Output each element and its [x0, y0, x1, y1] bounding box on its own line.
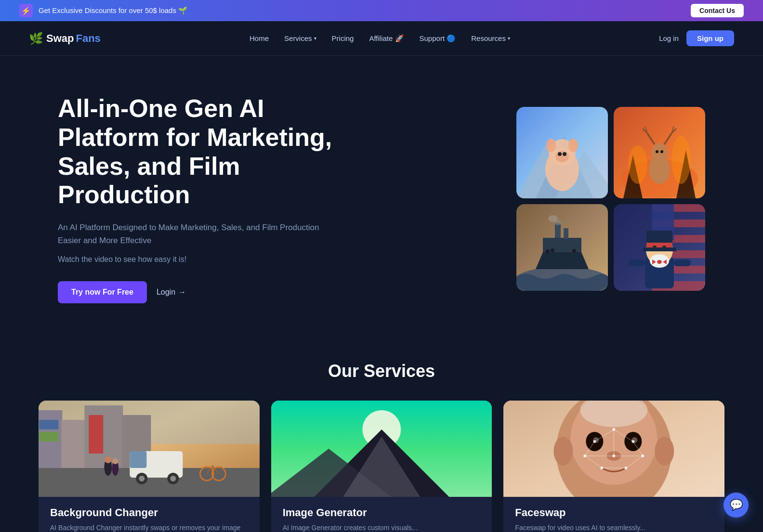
login-link[interactable]: Login →	[157, 288, 186, 297]
svg-point-6	[555, 151, 569, 162]
chat-button[interactable]: 💬	[724, 493, 749, 518]
svg-rect-31	[564, 228, 568, 239]
svg-point-25	[656, 150, 658, 153]
services-section: Our Services	[0, 332, 763, 532]
svg-rect-57	[628, 260, 645, 266]
svg-rect-58	[674, 260, 691, 266]
svg-point-26	[660, 150, 663, 153]
faceswap-body: Faceswap Faceswap for video uses AI to s…	[503, 497, 724, 532]
hero-actions: Try now For Free Login →	[58, 281, 337, 303]
logo[interactable]: 🌿 Swap Fans	[29, 32, 101, 45]
faceswap-image	[503, 401, 724, 497]
svg-rect-66	[39, 420, 58, 429]
faceswap-title: Faceswap	[515, 506, 713, 519]
nav-services[interactable]: Services ▾	[284, 34, 316, 42]
svg-point-15	[628, 145, 647, 184]
hero-image-ship	[516, 204, 608, 291]
background-changer-body: Background Changer AI Background Changer…	[39, 497, 260, 532]
svg-point-52	[653, 246, 657, 249]
svg-point-80	[105, 456, 111, 463]
svg-point-56	[657, 260, 662, 264]
logo-fans: Fans	[76, 32, 100, 45]
image-generator-title: Image Generator	[283, 506, 481, 519]
hero-title: All-in-One Gen AI Platform for Marketing…	[58, 94, 337, 209]
svg-rect-50	[646, 243, 672, 247]
svg-point-36	[572, 249, 576, 253]
chat-icon: 💬	[730, 499, 743, 511]
image-generator-image	[271, 401, 492, 497]
svg-point-8	[563, 152, 566, 156]
banner-text: Get Exclusive Discounts for over 50$ loa…	[39, 6, 187, 15]
svg-rect-49	[643, 247, 676, 251]
svg-point-108	[613, 454, 616, 457]
lightning-icon: ⚡	[19, 4, 33, 17]
nav-links: Home Services ▾ Pricing Affiliate 🚀 Supp…	[250, 34, 510, 43]
services-title: Our Services	[39, 361, 724, 381]
svg-point-82	[112, 458, 118, 464]
svg-rect-70	[130, 451, 146, 468]
nav-affiliate[interactable]: Affiliate 🚀	[369, 34, 404, 43]
hero-content: All-in-One Gen AI Platform for Marketing…	[58, 94, 337, 303]
background-changer-image	[39, 401, 260, 497]
svg-point-74	[170, 476, 176, 481]
hero-image-deer	[614, 107, 705, 198]
banner-left: ⚡ Get Exclusive Discounts for over 50$ l…	[19, 4, 187, 17]
svg-point-9	[546, 139, 556, 152]
faceswap-desc: Faceswap for video uses AI to seamlessly…	[515, 523, 713, 532]
top-banner: ⚡ Get Exclusive Discounts for over 50$ l…	[0, 0, 763, 21]
service-card-faceswap[interactable]: Faceswap Faceswap for video uses AI to s…	[503, 401, 724, 532]
background-changer-title: Background Changer	[50, 506, 248, 519]
nav-support[interactable]: Support 🔵	[420, 34, 456, 43]
svg-point-10	[568, 139, 578, 152]
svg-point-53	[662, 246, 666, 249]
svg-point-103	[613, 428, 616, 431]
hero-image-uncle-sam	[614, 204, 705, 291]
svg-point-104	[593, 440, 596, 443]
svg-point-35	[551, 248, 554, 252]
signup-button[interactable]: Sign up	[686, 30, 734, 46]
hero-image-pig	[516, 107, 608, 198]
svg-point-33	[548, 215, 558, 222]
nav-actions: Log in Sign up	[659, 30, 734, 46]
login-button[interactable]: Log in	[659, 34, 679, 42]
hero-images-grid	[516, 107, 705, 291]
services-grid: Background Changer AI Background Changer…	[39, 401, 724, 532]
service-card-image-generator[interactable]: Image Generator AI Image Generator creat…	[271, 401, 492, 532]
hero-section: All-in-One Gen AI Platform for Marketing…	[0, 56, 763, 332]
nav-resources[interactable]: Resources ▾	[471, 34, 510, 42]
chevron-down-icon: ▾	[508, 36, 510, 41]
try-free-button[interactable]: Try now For Free	[58, 281, 147, 303]
svg-point-114	[554, 437, 573, 466]
svg-rect-67	[39, 432, 58, 441]
chevron-down-icon: ▾	[314, 36, 316, 41]
svg-rect-65	[89, 415, 103, 454]
hero-watch-text: Watch the video to see how easy it is!	[58, 255, 337, 264]
service-card-background-changer[interactable]: Background Changer AI Background Changer…	[39, 401, 260, 532]
svg-point-18	[652, 143, 667, 162]
svg-point-34	[546, 249, 550, 253]
svg-point-7	[558, 152, 562, 156]
svg-point-72	[139, 476, 145, 481]
svg-point-115	[655, 437, 674, 466]
image-generator-body: Image Generator AI Image Generator creat…	[271, 497, 492, 532]
hero-subtitle: An AI Platform Designed to Make Marketin…	[58, 221, 337, 247]
svg-rect-30	[555, 223, 561, 238]
contact-button[interactable]: Contact Us	[691, 4, 744, 17]
background-changer-desc: AI Background Changer instantly swaps or…	[50, 523, 248, 532]
logo-swap: Swap	[46, 32, 74, 45]
navbar: 🌿 Swap Fans Home Services ▾ Pricing Affi…	[0, 21, 763, 56]
svg-point-16	[671, 136, 691, 184]
image-generator-desc: AI Image Generator creates custom visual…	[283, 523, 481, 532]
nav-home[interactable]: Home	[250, 34, 269, 42]
svg-point-105	[632, 440, 635, 443]
nav-pricing[interactable]: Pricing	[332, 34, 354, 42]
logo-symbol: 🌿	[29, 32, 43, 45]
